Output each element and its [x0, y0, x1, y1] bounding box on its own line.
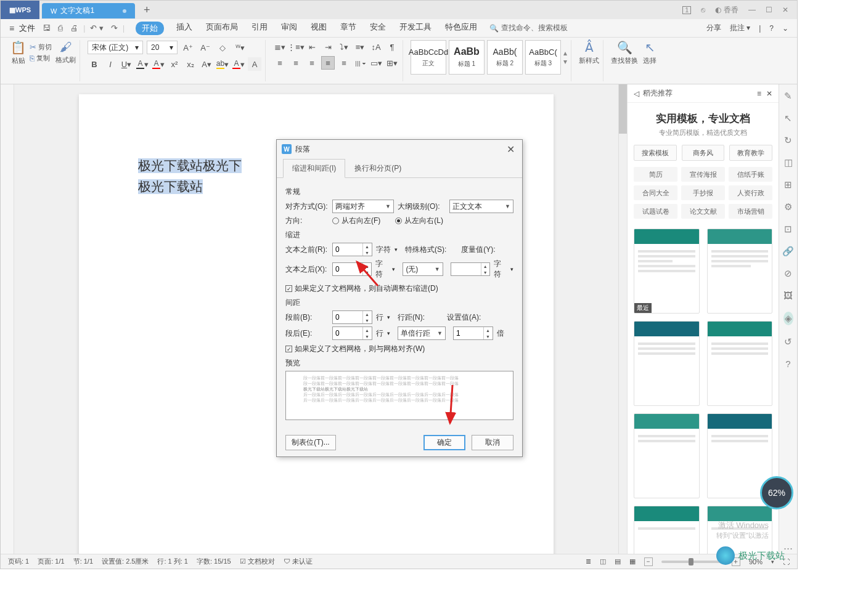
pill-business[interactable]: 商务风 — [682, 145, 725, 161]
help2-icon[interactable]: ? — [785, 359, 790, 369]
subscript-icon[interactable]: x₂ — [184, 57, 197, 71]
tag-item[interactable]: 手抄报 — [681, 185, 725, 200]
style-normal[interactable]: AaBbCcDd正文 — [411, 40, 446, 75]
settings-icon[interactable]: ⚙ — [784, 201, 792, 213]
tab-reference[interactable]: 引用 — [250, 22, 269, 35]
change-case-icon[interactable]: A▾ — [200, 57, 213, 71]
ok-button[interactable]: 确定 — [423, 435, 465, 450]
template-thumb[interactable] — [634, 413, 700, 498]
image-icon[interactable]: 🖼 — [783, 290, 793, 301]
underline-icon[interactable]: U▾ — [120, 57, 133, 71]
increase-indent-icon[interactable]: ⇥ — [321, 40, 335, 54]
find-replace-button[interactable]: 🔍查找替换 — [611, 40, 638, 65]
minimize-icon[interactable]: — — [748, 6, 756, 14]
status-page[interactable]: 页面: 1/1 — [38, 557, 64, 566]
tabs-button[interactable]: 制表位(T)... — [285, 435, 336, 450]
tab-insert[interactable]: 插入 — [175, 22, 194, 35]
dialog-tab-page[interactable]: 换行和分页(P) — [345, 159, 411, 178]
italic-icon[interactable]: I — [104, 57, 117, 71]
document-tab[interactable]: W 文字文稿1 — [42, 3, 135, 18]
tag-item[interactable]: 试题试卷 — [634, 204, 677, 219]
help-icon[interactable]: ? — [769, 24, 774, 33]
template-thumb[interactable] — [707, 229, 773, 314]
pill-search[interactable]: 搜索模板 — [634, 145, 677, 161]
tab-safe[interactable]: 安全 — [369, 22, 387, 35]
new-tab-button[interactable]: + — [137, 2, 156, 18]
zoom-out-icon[interactable]: － — [644, 557, 653, 566]
tab-layout[interactable]: 页面布局 — [205, 22, 239, 35]
template-thumb[interactable]: 最近 — [634, 229, 700, 314]
increase-font-icon[interactable]: A⁺ — [181, 41, 195, 54]
cancel-button[interactable]: 取消 — [472, 435, 513, 450]
maximize-icon[interactable]: ☐ — [766, 6, 772, 14]
align-combo[interactable]: 两端对齐▼ — [332, 200, 394, 213]
tab-start[interactable]: 开始 — [136, 22, 164, 35]
font-color-icon[interactable]: A▾ — [152, 57, 165, 71]
pencil-icon[interactable]: ✎ — [784, 91, 792, 102]
tab-special[interactable]: 特色应用 — [444, 22, 478, 35]
line-spacing-icon[interactable]: ≡▾ — [353, 40, 367, 54]
line-combo[interactable]: 单倍行距▼ — [398, 326, 446, 340]
bold-icon[interactable]: B — [88, 57, 101, 71]
user-avatar[interactable]: ◐ 香香 — [715, 5, 738, 15]
style-gallery[interactable]: AaBbCcDd正文 AaBb标题 1 AaBb(标题 2 AaBbC(标题 3… — [411, 40, 567, 75]
tag-item[interactable]: 宣传海报 — [681, 167, 725, 182]
sort-icon[interactable]: ↕A — [369, 40, 383, 54]
view-web-icon[interactable]: ◫ — [600, 557, 606, 565]
shading-icon[interactable]: ▭▾ — [369, 56, 383, 70]
special-combo[interactable]: (无)▼ — [403, 262, 443, 276]
after-text-spin[interactable]: ▲▼ — [332, 262, 372, 276]
show-marks-icon[interactable]: ¶ — [385, 40, 399, 54]
menu-icon[interactable]: ≡ — [9, 23, 14, 33]
text-direction-icon[interactable]: ⤵▾ — [337, 40, 351, 54]
clear-format-icon[interactable]: ◇ — [216, 41, 229, 54]
space-before-spin[interactable]: ▲▼ — [332, 310, 372, 324]
status-auth[interactable]: 🛡 未认证 — [284, 557, 313, 566]
paste-button[interactable]: 📋粘贴 — [10, 40, 26, 65]
font-size-selector[interactable]: 20▾ — [147, 41, 178, 54]
app-box-icon[interactable]: 1 — [682, 6, 691, 14]
status-page-num[interactable]: 页码: 1 — [8, 557, 29, 566]
bullets-icon[interactable]: ≣▾ — [273, 40, 287, 54]
dialog-close-icon[interactable]: ✕ — [504, 144, 517, 155]
close-icon[interactable]: ✕ — [782, 6, 788, 14]
view-print-icon[interactable]: ≣ — [586, 557, 591, 565]
highlight-icon[interactable]: ab▾ — [216, 57, 229, 71]
superscript-icon[interactable]: x² — [168, 57, 181, 71]
wps-brand[interactable]: ▦ WPS — [1, 1, 39, 19]
print-icon[interactable]: 🖨 — [68, 23, 81, 33]
panel-close-icon[interactable]: ✕ — [766, 89, 772, 98]
status-words[interactable]: 字数: 15/15 — [197, 557, 231, 566]
share-button[interactable]: 分享 — [706, 23, 721, 33]
view-read-icon[interactable]: ▦ — [629, 557, 636, 565]
tag-item[interactable]: 论文文献 — [681, 204, 725, 219]
print-preview-icon[interactable]: ⎙ — [55, 23, 65, 33]
command-search[interactable]: 🔍 查找命令、搜索模板 — [489, 23, 568, 33]
numbering-icon[interactable]: ⋮≡▾ — [289, 40, 303, 54]
char-border-icon[interactable]: A▾ — [232, 57, 245, 71]
scrollbar-vertical[interactable] — [618, 84, 627, 554]
comment-button[interactable]: 批注 ▾ — [730, 23, 750, 33]
align-center-icon[interactable]: ≡ — [289, 56, 303, 70]
redo-icon[interactable]: ↷ — [108, 23, 120, 33]
radio-ltr[interactable]: 从左向右(L) — [395, 216, 443, 226]
link-icon[interactable]: 🔗 — [782, 246, 794, 257]
zoom-slider[interactable] — [661, 561, 723, 563]
history-icon[interactable]: ↺ — [784, 336, 792, 347]
status-line-col[interactable]: 行: 1 列: 1 — [157, 557, 188, 566]
undo-icon[interactable]: ↶ ▾ — [88, 23, 106, 33]
align-justify-icon[interactable]: ≡ — [321, 56, 335, 70]
format-brush-button[interactable]: 🖌格式刷 — [55, 40, 76, 65]
tab-section[interactable]: 章节 — [339, 22, 358, 35]
more-icon[interactable]: ⋯ — [783, 543, 793, 554]
file-menu[interactable]: 文件 — [17, 23, 38, 34]
para-spacing-icon[interactable]: ⫼▾ — [353, 56, 367, 70]
refresh-icon[interactable]: ↻ — [784, 135, 792, 146]
tag-item[interactable]: 人资行政 — [729, 185, 772, 200]
phonetic-icon[interactable]: ᵂ▾ — [233, 41, 247, 54]
align-grid-check[interactable]: ✓如果定义了文档网格，则与网格对齐(W) — [285, 344, 513, 354]
strike-icon[interactable]: A▾ — [136, 57, 149, 71]
tag-item[interactable]: 简历 — [634, 167, 677, 182]
tag-item[interactable]: 合同大全 — [634, 185, 677, 200]
space-after-spin[interactable]: ▲▼ — [332, 326, 372, 340]
